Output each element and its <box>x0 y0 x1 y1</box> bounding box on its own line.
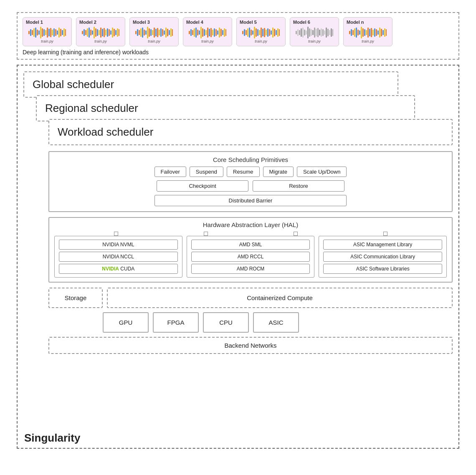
outer-container: Model 1train.pyModel 2train.pyModel 3tra… <box>13 8 463 467</box>
svg-rect-93 <box>244 29 245 36</box>
svg-rect-51 <box>144 30 145 35</box>
nvidia-nccl: NVIDIA NCCL <box>59 252 178 262</box>
svg-rect-68 <box>172 29 173 36</box>
svg-rect-155 <box>377 30 379 35</box>
primitive-failover: Failover <box>154 167 186 177</box>
model-title-5: Model 5 <box>240 20 257 25</box>
checkpoint-btn: Checkpoint <box>157 180 248 192</box>
svg-rect-96 <box>249 28 250 38</box>
svg-rect-120 <box>304 30 305 35</box>
svg-rect-151 <box>371 28 372 37</box>
svg-rect-7 <box>40 27 41 38</box>
svg-rect-156 <box>379 28 380 38</box>
hal-nvidia-column: NVIDIA NVML NVIDIA NCCL NVIDIA CUDA <box>54 236 182 278</box>
hal-tick-2 <box>204 232 208 236</box>
svg-rect-12 <box>48 29 50 36</box>
svg-rect-87 <box>219 28 220 38</box>
singularity-label: Singularity <box>24 432 80 445</box>
svg-rect-53 <box>147 27 148 38</box>
primitive-migrate: Migrate <box>263 167 294 177</box>
svg-rect-33 <box>99 30 100 35</box>
model-script-3: train.py <box>148 39 160 43</box>
svg-rect-61 <box>160 28 162 37</box>
svg-rect-115 <box>296 31 297 34</box>
svg-rect-5 <box>37 30 38 35</box>
svg-rect-134 <box>327 29 329 36</box>
svg-rect-121 <box>306 30 307 35</box>
svg-rect-125 <box>312 30 314 35</box>
hal-tick-3 <box>294 232 298 236</box>
model-script-5: train.py <box>255 39 267 43</box>
svg-rect-98 <box>252 30 253 35</box>
svg-rect-88 <box>220 29 222 36</box>
svg-rect-118 <box>301 28 302 37</box>
workload-scheduler-label: Workload scheduler <box>58 126 153 138</box>
nvidia-highlight: NVIDIA <box>102 266 119 272</box>
model-script-2: train.py <box>94 39 107 43</box>
svg-rect-123 <box>309 28 310 37</box>
svg-rect-26 <box>87 28 88 37</box>
global-scheduler-label: Global scheduler <box>33 78 114 91</box>
svg-rect-108 <box>269 29 270 36</box>
model-title-3: Model 3 <box>133 20 150 25</box>
primitives-row: FailoverSuspendResumeMigrateScale Up/Dow… <box>55 167 446 177</box>
svg-rect-106 <box>266 30 267 35</box>
model-title-7: Model n <box>347 20 364 25</box>
model-card-2: Model 2train.py <box>76 17 125 46</box>
svg-rect-150 <box>369 29 370 36</box>
backend-networks-row: Backend Networks <box>48 337 453 354</box>
compute-unit-gpu: GPU <box>103 312 149 333</box>
svg-rect-20 <box>62 30 63 35</box>
svg-rect-101 <box>257 29 258 36</box>
svg-rect-57 <box>154 28 155 38</box>
svg-rect-24 <box>84 29 85 36</box>
svg-rect-110 <box>272 28 273 38</box>
distributed-barrier-row: Distributed Barrier <box>55 195 446 206</box>
svg-rect-37 <box>105 30 106 35</box>
svg-rect-80 <box>207 28 208 38</box>
svg-rect-153 <box>374 28 375 37</box>
svg-rect-27 <box>89 28 90 38</box>
svg-rect-148 <box>366 30 367 35</box>
hal-connector <box>54 232 447 236</box>
scheduler-layers: Global scheduler Regional scheduler Work… <box>23 71 453 145</box>
svg-rect-159 <box>384 28 385 37</box>
model-card-1: Model 1train.py <box>23 17 72 46</box>
model-waveform-3 <box>135 26 173 39</box>
backend-networks-box: Backend Networks <box>48 337 453 354</box>
svg-rect-44 <box>117 28 118 37</box>
model-script-6: train.py <box>308 39 321 43</box>
restore-btn: Restore <box>253 180 344 192</box>
asic-comm: ASIC Communication Library <box>323 252 442 262</box>
model-title-2: Model 2 <box>79 20 96 25</box>
svg-rect-95 <box>247 28 248 37</box>
svg-rect-86 <box>217 30 218 35</box>
svg-rect-0 <box>28 31 30 34</box>
svg-rect-59 <box>157 28 158 37</box>
model-waveform-6 <box>296 26 333 39</box>
svg-rect-145 <box>361 27 362 38</box>
svg-rect-31 <box>95 28 96 37</box>
svg-rect-116 <box>297 29 299 36</box>
svg-rect-144 <box>359 30 360 35</box>
svg-rect-64 <box>165 28 167 38</box>
svg-rect-72 <box>194 28 195 37</box>
hal-box: Hardware Abstraction Layer (HAL) NVIDIA … <box>48 217 453 283</box>
model-waveform-7 <box>349 26 387 39</box>
svg-rect-16 <box>55 29 56 36</box>
svg-rect-103 <box>261 28 262 38</box>
amd-rccl: AMD RCCL <box>191 252 310 262</box>
svg-rect-35 <box>102 29 103 36</box>
model-card-7: Model ntrain.py <box>343 17 392 46</box>
svg-rect-83 <box>212 30 213 35</box>
workloads-section: Model 1train.pyModel 2train.pyModel 3tra… <box>17 12 459 60</box>
containerized-box: Containerized Compute <box>107 288 453 308</box>
regional-scheduler-label: Regional scheduler <box>45 102 138 114</box>
svg-rect-8 <box>42 28 43 37</box>
svg-rect-154 <box>376 29 377 36</box>
svg-rect-60 <box>159 30 160 35</box>
models-row: Model 1train.pyModel 2train.pyModel 3tra… <box>23 17 453 46</box>
compute-unit-asic: ASIC <box>253 312 299 333</box>
svg-rect-28 <box>90 30 91 35</box>
svg-rect-18 <box>58 28 60 38</box>
